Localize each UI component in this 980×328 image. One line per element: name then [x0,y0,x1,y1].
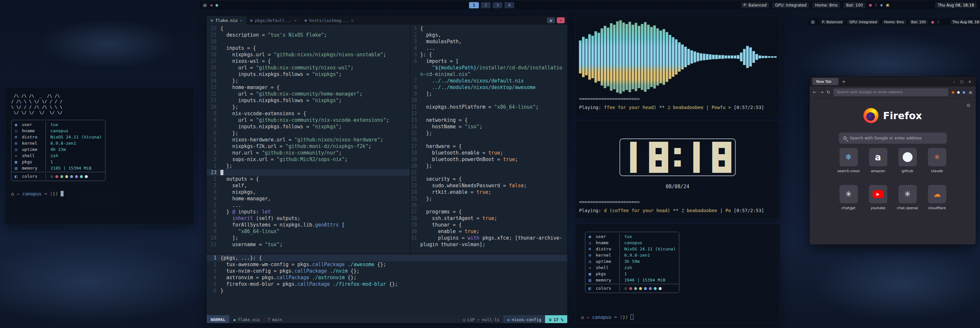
workspace-button-4[interactable]: 4 [504,2,514,8]
line-number: 12 [207,91,220,97]
shortcut-claude[interactable]: ✳claude [927,148,948,173]
shell-prompt[interactable]: ⌂ → canopus ~ ))) [11,191,188,196]
editor-pane-flake[interactable]: 22{21 description = "tux's NixOS Flake";… [207,25,410,254]
chatgpt-icon: ✳ [840,185,858,203]
line-number: 21 [207,32,220,38]
extension-icon-1[interactable]: ● [951,90,955,94]
url-bar[interactable]: Search with Google or enter address [834,89,948,96]
code-line: 5}: { [410,51,567,58]
launcher-icon[interactable]: ⊞ [203,3,207,8]
shell-prompt[interactable]: ⌂ → canopus ~ ))) [581,314,633,320]
shortcut-search.nixos[interactable]: ❄search.nixos [838,148,859,173]
uptime-icon: ◷ [15,146,22,152]
code-line: plugin thunar-volman]; [410,241,567,248]
code-line: 2 tux-awesome-wm-config = pkgs.callPacka… [207,261,567,268]
line-number: 6 [207,209,220,215]
music-icon[interactable]: ♪ [875,3,877,7]
volume-icon[interactable]: ◆ [880,3,883,7]
fetch-label: shell [596,265,619,271]
token: }; [420,196,432,202]
brightness-icon[interactable]: ▣ [886,3,889,7]
token: nixos-hardware.url = [220,137,294,143]
back-icon[interactable]: ← [813,90,816,95]
music-icon[interactable]: ♪ [937,20,939,24]
shortcut-youtube[interactable]: ▶youtube [868,185,889,210]
editor-tab-pkgs-default-[interactable]: ❄pkgs/default...× [246,16,301,25]
panel-toggle-button[interactable]: ◉ [547,17,555,23]
extension-icon-2[interactable]: ● [957,90,960,94]
token: ]; [220,235,238,241]
text-token: ⌂ [581,315,587,320]
token: thunar = { [420,222,461,228]
shortcut-chatgpt[interactable]: ✳chatgpt [838,185,859,210]
line-number: 22 [410,176,420,182]
line-number: 20 [410,163,420,169]
code-line: 4 nixpkgs-f2k.url = "github:moni-dz/nixp… [207,143,410,150]
shortcut-cloudflare[interactable]: ☁cloudflare [927,185,948,210]
statusline-right: ◎LSP ~ null-ls◈nixos-config≡17 % [459,315,567,323]
close-button[interactable]: × [969,80,971,84]
workspace-button-2[interactable]: 2 [481,2,491,8]
nix-snowflake-icon: ❄ [211,18,213,23]
browser-tab[interactable]: New Tab [812,78,838,85]
token: nur.url = [220,150,262,156]
code-text: { [220,25,223,32]
token: username = [220,242,265,247]
token: pkgs, [420,32,441,38]
youtube-icon: ▶ [869,185,887,203]
editor-tab-flake-nix[interactable]: ❄flake.nix× [207,16,246,25]
fetch-panel[interactable]: ◉usertux⌂hnamecanopus❄distroNixOS 24.11 … [575,223,780,323]
reload-icon[interactable]: ↻ [827,90,830,95]
segment-text: NORMAL [211,317,225,322]
line-number: 19 [410,156,420,163]
user-icon: ◉ [589,233,596,239]
code-text: ../../modules/nixos/default.nix [420,78,524,84]
buffer-close-button[interactable]: × [557,17,565,23]
segment-text: flake.nix [238,317,260,322]
workspace-button-1[interactable]: 1 [469,2,479,8]
forward-icon[interactable]: → [820,90,823,95]
tab-close-icon[interactable]: × [351,18,354,23]
fetch-row-user: ◉usertux [585,233,679,239]
token: ; [488,189,491,195]
record-icon[interactable]: ● [869,3,872,7]
shortcut-amazon[interactable]: aamazon [868,148,889,173]
applet-icon-1[interactable]: ◆ [210,3,213,7]
shortcut-github[interactable]: github [897,148,918,173]
editor-tab-hosts-isoImag-[interactable]: ❄hosts/isoImag...× [301,16,357,25]
new-tab-button[interactable]: + [842,79,846,84]
fetch-terminal-window[interactable]: /\ /\ /\ _ /\ /\ / /\ \ \ \/ \/ / / / \ … [5,87,194,224]
editor-pane-iso[interactable]: 1{2 pkgs,3 modulesPath,4 ...5}: {6 impor… [410,25,567,254]
line-number: 6 [207,287,220,294]
minimize-button[interactable]: – [953,80,955,84]
clock-widget: Thu Aug 08, 18:18 [951,20,980,24]
tab-close-icon[interactable]: × [240,18,242,23]
editor-pane-pkgs[interactable]: 1{pkgs, ...}: {2 tux-awesome-wm-config =… [207,254,567,315]
fetch-value: 4h 23m [46,146,66,152]
buffer-tabline: ❄flake.nix×❄pkgs/default...×❄hosts/isoIm… [207,16,567,25]
token: }; [220,130,238,136]
token: "github:nix-community/nixos-wsl" [256,65,350,71]
fetch-label: user [596,233,619,239]
line-number: 3 [207,150,220,156]
hamburger-menu-icon[interactable]: ≡ [969,90,972,95]
extension-icon-3[interactable]: ● [963,90,966,94]
workspace-button-3[interactable]: 3 [493,2,503,8]
shortcut-chat.openai[interactable]: ✳chat.openai [897,185,918,210]
newtab-search-input[interactable]: Search with Google or enter address [839,133,947,144]
code-line: 4 home-manager, [207,195,410,202]
launcher-icon[interactable]: ⊞ [811,19,815,25]
maximize-button[interactable]: □ [960,80,963,84]
personalize-gear-icon[interactable]: ⚙ [966,103,970,108]
code-text: rtkit.enable = true; [420,189,491,195]
applet-icon-2[interactable]: ● [215,3,218,7]
neovim-window[interactable]: ❄flake.nix×❄pkgs/default...×❄hosts/isoIm… [206,16,568,323]
line-number: 31 [410,235,420,241]
fetch-label: hname [596,239,619,246]
token: sops-nix.url = [220,157,277,162]
token: inputs.nixpkgs.follows = [220,98,312,103]
firefox-window[interactable]: New Tab + –□× ← → ↻ Search with Google o… [809,76,976,245]
record-icon[interactable]: ● [931,20,934,24]
tab-close-icon[interactable]: × [294,18,297,23]
code-text: imports = [ [420,58,458,65]
